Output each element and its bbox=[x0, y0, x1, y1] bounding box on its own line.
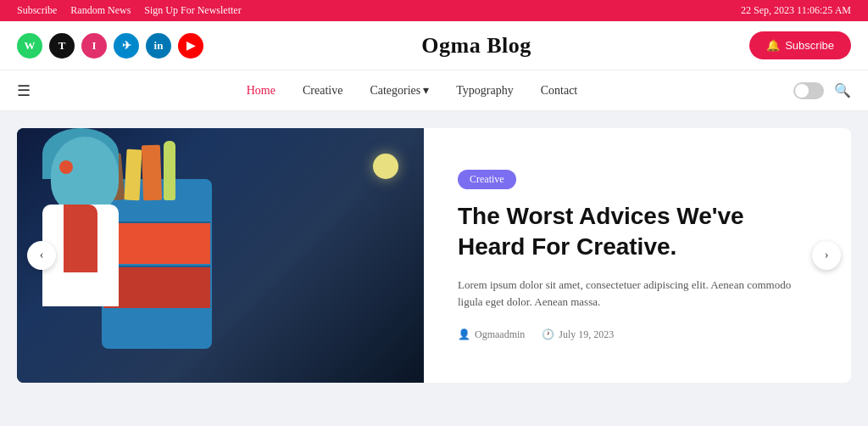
whatsapp-icon[interactable]: W bbox=[17, 33, 42, 59]
search-icon[interactable]: 🔍 bbox=[834, 82, 851, 98]
bottle bbox=[164, 141, 175, 200]
artwork bbox=[17, 128, 424, 383]
toggle-knob bbox=[795, 84, 809, 98]
top-bar: Subscribe Random News Sign Up For Newsle… bbox=[0, 0, 868, 21]
post-date: July 19, 2023 bbox=[559, 328, 614, 341]
next-slide-button[interactable]: › bbox=[812, 241, 841, 270]
social-icons: W T I ✈ in ▶ bbox=[17, 33, 203, 59]
nav-links: Home Creative Categories ▾ Typography Co… bbox=[236, 80, 588, 101]
slide-excerpt: Lorem ipsum dolor sit amet, consectetuer… bbox=[458, 277, 817, 312]
slide-title: The Worst Advices We've Heard For Creati… bbox=[458, 201, 817, 263]
featured-slider: ‹ bbox=[17, 128, 851, 383]
author-name: Ogmaadmin bbox=[475, 328, 525, 341]
moon-decoration bbox=[373, 154, 398, 179]
nav-home[interactable]: Home bbox=[236, 81, 286, 101]
category-badge[interactable]: Creative bbox=[458, 170, 516, 189]
bell-icon: 🔔 bbox=[766, 39, 780, 52]
main-content: ‹ bbox=[0, 111, 868, 400]
nav-categories[interactable]: Categories ▾ bbox=[359, 80, 439, 101]
instagram-icon[interactable]: I bbox=[81, 33, 107, 59]
nav-typography[interactable]: Typography bbox=[446, 81, 523, 101]
shirt bbox=[64, 205, 97, 272]
header: W T I ✈ in ▶ Ogma Blog 🔔 Subscribe bbox=[0, 21, 868, 70]
site-title: Ogma Blog bbox=[421, 33, 531, 59]
top-bar-datetime: 22 Sep, 2023 11:06:25 AM bbox=[741, 4, 851, 17]
top-bar-links: Subscribe Random News Sign Up For Newsle… bbox=[17, 4, 242, 17]
nav-right: 🔍 bbox=[793, 82, 851, 99]
nav-creative[interactable]: Creative bbox=[292, 81, 353, 101]
book3 bbox=[142, 145, 162, 201]
clock-icon: 🕐 bbox=[542, 328, 554, 341]
head bbox=[51, 137, 119, 213]
subscribe-link[interactable]: Subscribe bbox=[17, 4, 57, 17]
linkedin-icon[interactable]: in bbox=[146, 33, 171, 59]
subscribe-button[interactable]: 🔔 Subscribe bbox=[749, 31, 851, 59]
date-meta: 🕐 July 19, 2023 bbox=[542, 328, 614, 341]
author-meta: 👤 Ogmaadmin bbox=[458, 328, 525, 341]
eye bbox=[59, 160, 73, 174]
navigation: ☰ Home Creative Categories ▾ Typography … bbox=[0, 70, 868, 111]
telegram-icon[interactable]: ✈ bbox=[114, 33, 139, 59]
newsletter-link[interactable]: Sign Up For Newsletter bbox=[144, 4, 241, 17]
cart-drawer1 bbox=[103, 221, 210, 264]
slide: Creative The Worst Advices We've Heard F… bbox=[17, 128, 851, 383]
prev-slide-button[interactable]: ‹ bbox=[27, 241, 56, 270]
cart-drawer2 bbox=[103, 266, 210, 308]
dark-mode-toggle[interactable] bbox=[793, 82, 824, 99]
slide-text: Creative The Worst Advices We've Heard F… bbox=[424, 144, 851, 367]
tiktok-icon[interactable]: T bbox=[49, 33, 75, 59]
hamburger-menu[interactable]: ☰ bbox=[17, 81, 31, 100]
youtube-icon[interactable]: ▶ bbox=[178, 33, 203, 59]
book2 bbox=[124, 149, 142, 201]
author-icon: 👤 bbox=[458, 328, 470, 341]
chevron-down-icon: ▾ bbox=[423, 83, 429, 98]
random-news-link[interactable]: Random News bbox=[70, 4, 131, 17]
slide-meta: 👤 Ogmaadmin 🕐 July 19, 2023 bbox=[458, 328, 817, 341]
nav-contact[interactable]: Contact bbox=[531, 81, 588, 101]
slide-image bbox=[17, 128, 424, 383]
